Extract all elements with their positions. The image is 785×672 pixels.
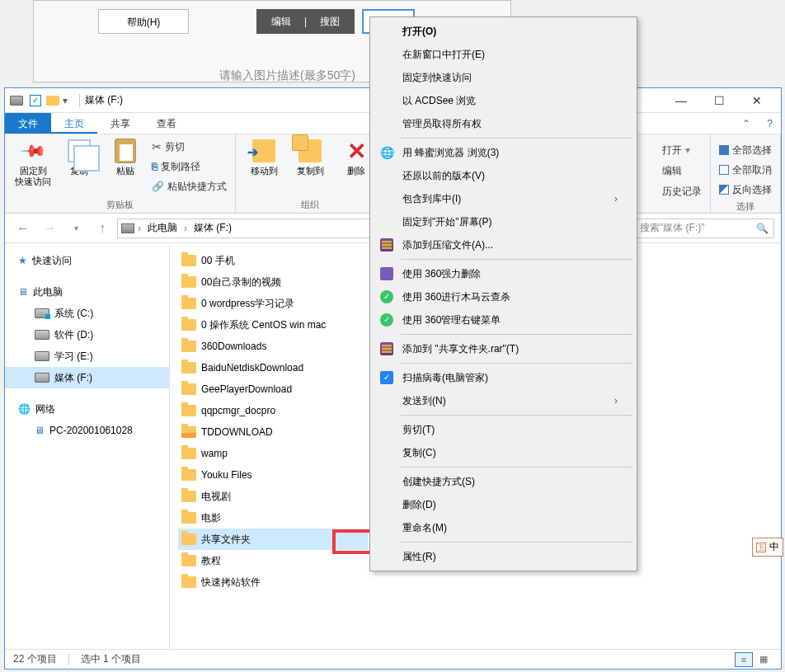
ctx-cut[interactable]: 剪切(T) bbox=[373, 418, 634, 441]
list-item[interactable]: 快速拷站软件 bbox=[178, 571, 368, 593]
path-icon: ⎘ bbox=[152, 161, 157, 172]
ctx-pin-start[interactable]: 固定到"开始"屏幕(P) bbox=[373, 210, 634, 233]
close-button[interactable]: ✕ bbox=[738, 88, 776, 113]
ctx-admin-own[interactable]: 管理员取得所有权 bbox=[373, 112, 634, 135]
ctx-pin-quick[interactable]: 固定到快速访问 bbox=[373, 66, 634, 89]
nav-up-button[interactable]: ↑ bbox=[91, 217, 114, 240]
cut-button[interactable]: ✂剪切 bbox=[152, 138, 227, 156]
language-indicator[interactable]: 五 中 bbox=[752, 538, 783, 557]
nav-forward-button[interactable]: → bbox=[38, 217, 61, 240]
sidebar-drive-d[interactable]: 软件 (D:) bbox=[5, 324, 169, 345]
search-img-btn[interactable]: 搜图 bbox=[313, 15, 346, 29]
view-icons-button[interactable]: ▦ bbox=[754, 652, 773, 667]
ctx-delete[interactable]: 删除(D) bbox=[373, 493, 634, 516]
ctx-properties[interactable]: 属性(R) bbox=[373, 545, 634, 568]
ctx-copy[interactable]: 复制(C) bbox=[373, 441, 634, 464]
paste-shortcut-button[interactable]: 🔗粘贴快捷方式 bbox=[152, 177, 227, 195]
list-item[interactable]: wamp bbox=[178, 443, 368, 464]
ctx-360-delete[interactable]: 使用 360强力删除 bbox=[373, 262, 634, 285]
edit-button[interactable]: 编辑 bbox=[662, 162, 702, 180]
sidebar-network[interactable]: 🌐网络 bbox=[5, 398, 169, 420]
group-select: 选择 bbox=[719, 199, 772, 213]
select-invert-icon bbox=[719, 185, 729, 195]
list-item[interactable]: GeePlayerDownload bbox=[178, 378, 368, 400]
list-item[interactable]: TDDOWNLOAD bbox=[178, 421, 368, 443]
ctx-scan-virus[interactable]: ✓扫描病毒(电脑管家) bbox=[373, 366, 634, 389]
pin-quick-access-button[interactable]: 📌 固定到 快速访问 bbox=[13, 138, 53, 187]
search-icon[interactable]: 🔍 bbox=[756, 223, 769, 234]
folder-icon bbox=[181, 469, 196, 481]
ctx-open[interactable]: 打开(O) bbox=[373, 20, 634, 43]
list-item[interactable]: BaiduNetdiskDownload bbox=[178, 357, 368, 378]
sidebar-this-pc[interactable]: 🖥此电脑 bbox=[5, 281, 169, 303]
open-button[interactable]: 打开▾ bbox=[662, 141, 702, 159]
list-item[interactable]: 00 手机 bbox=[178, 250, 368, 271]
ctx-360-trojan[interactable]: ✓使用 360进行木马云查杀 bbox=[373, 285, 634, 308]
qa-dropdown[interactable]: ▾ bbox=[63, 95, 68, 106]
ctx-rename[interactable]: 重命名(M) bbox=[373, 516, 634, 539]
list-item[interactable]: 电影 bbox=[178, 507, 368, 529]
group-organize: 组织 bbox=[244, 197, 376, 211]
search-input[interactable]: 搜索"媒体 (F:)" 🔍 bbox=[634, 219, 774, 238]
shield-icon: ✓ bbox=[380, 371, 393, 384]
move-to-button[interactable]: 移动到 bbox=[244, 138, 284, 176]
view-details-button[interactable]: ≡ bbox=[735, 652, 753, 667]
sidebar-quick-access[interactable]: ★快速访问 bbox=[5, 250, 169, 271]
folder-icon bbox=[181, 555, 196, 566]
copy-to-button[interactable]: 复制到 bbox=[290, 138, 330, 176]
copy-button[interactable]: 复制 bbox=[59, 138, 99, 176]
tab-view[interactable]: 查看 bbox=[143, 113, 190, 134]
help-button[interactable]: 帮助(H) bbox=[98, 9, 189, 34]
list-item[interactable]: 00自己录制的视频 bbox=[178, 271, 368, 293]
breadcrumb-pc[interactable]: 此电脑 bbox=[144, 221, 181, 235]
list-item[interactable]: qqpcmgr_docpro bbox=[178, 400, 368, 421]
sidebar-drive-c[interactable]: 系统 (C:) bbox=[5, 303, 169, 324]
ctx-open-new-window[interactable]: 在新窗口中打开(E) bbox=[373, 43, 634, 66]
ctx-add-share-rar[interactable]: 添加到 "共享文件夹.rar"(T) bbox=[373, 337, 634, 360]
ctx-acdsee[interactable]: 以 ACDSee 浏览 bbox=[373, 89, 634, 112]
minimize-button[interactable]: — bbox=[662, 88, 700, 113]
list-item[interactable]: 教程 bbox=[178, 550, 368, 571]
folder-icon bbox=[181, 319, 196, 331]
paste-button[interactable]: 粘贴 bbox=[106, 138, 145, 176]
qa-check-icon[interactable]: ✓ bbox=[30, 95, 41, 106]
list-item-selected[interactable]: 共享文件夹 bbox=[178, 529, 368, 550]
list-item[interactable]: Youku Files bbox=[178, 464, 368, 486]
context-menu: 打开(O) 在新窗口中打开(E) 固定到快速访问 以 ACDSee 浏览 管理员… bbox=[369, 16, 637, 571]
sidebar-drive-e[interactable]: 学习 (E:) bbox=[5, 345, 169, 367]
edit-btn[interactable]: 编辑 bbox=[265, 15, 298, 29]
copy-icon bbox=[68, 139, 91, 162]
ctx-add-archive[interactable]: 添加到压缩文件(A)... bbox=[373, 233, 634, 256]
select-all-button[interactable]: 全部选择 bbox=[719, 141, 772, 159]
maximize-button[interactable]: ☐ bbox=[700, 88, 738, 113]
list-item[interactable]: 360Downloads bbox=[178, 336, 368, 357]
dark-toolbar: 编辑 | 搜图 bbox=[256, 9, 355, 34]
ctx-restore-version[interactable]: 还原以前的版本(V) bbox=[373, 164, 634, 187]
help-icon[interactable]: ? bbox=[759, 118, 781, 129]
list-item[interactable]: 0 wordpress学习记录 bbox=[178, 293, 368, 314]
pc-icon: 🖥 bbox=[35, 425, 45, 436]
breadcrumb-drive[interactable]: 媒体 (F:) bbox=[190, 221, 235, 235]
tab-file[interactable]: 文件 bbox=[5, 113, 51, 134]
history-button[interactable]: 历史记录 bbox=[662, 182, 702, 200]
nav-back-button[interactable]: ← bbox=[12, 217, 35, 240]
ctx-send-to[interactable]: 发送到(N)› bbox=[373, 389, 634, 412]
copy-path-button[interactable]: ⎘复制路径 bbox=[152, 157, 227, 176]
ctx-include-library[interactable]: 包含到库中(I)› bbox=[373, 187, 634, 210]
nav-recent-button[interactable]: ▾ bbox=[64, 217, 87, 240]
list-item[interactable]: 0 操作系统 CentOS win mac bbox=[178, 314, 368, 336]
ctx-create-shortcut[interactable]: 创建快捷方式(S) bbox=[373, 470, 634, 493]
list-item[interactable]: 电视剧 bbox=[178, 486, 368, 507]
ribbon-collapse-icon[interactable]: ⌃ bbox=[734, 118, 759, 129]
tab-home[interactable]: 主页 bbox=[51, 113, 97, 134]
ctx-360-menu[interactable]: ✓使用 360管理右键菜单 bbox=[373, 308, 634, 331]
tab-share[interactable]: 共享 bbox=[97, 113, 143, 134]
select-none-button[interactable]: 全部取消 bbox=[719, 161, 772, 179]
window-title: 媒体 (F:) bbox=[85, 93, 123, 107]
sidebar-network-pc[interactable]: 🖥PC-202001061028 bbox=[5, 420, 169, 441]
folder-icon bbox=[181, 576, 196, 588]
select-invert-button[interactable]: 反向选择 bbox=[719, 181, 772, 199]
globe-icon: 🌐 bbox=[379, 145, 394, 160]
ctx-honey-browser[interactable]: 🌐用 蜂蜜浏览器 浏览(3) bbox=[373, 141, 634, 164]
sidebar-drive-f[interactable]: 媒体 (F:) bbox=[5, 367, 169, 388]
